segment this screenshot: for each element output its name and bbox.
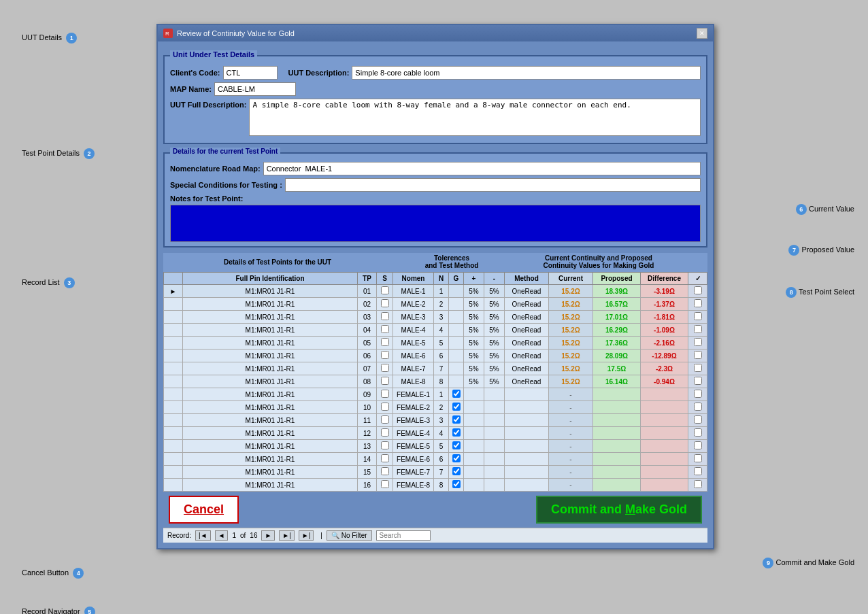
notes-area[interactable]	[170, 205, 701, 242]
row-proposed: 16.29Ω	[593, 324, 641, 337]
row-arrow	[164, 401, 183, 414]
table-row: M1:MR01 J1-R114FEMALE-66-	[164, 453, 707, 466]
row-select-check[interactable]	[688, 375, 707, 388]
row-select-check[interactable]	[688, 440, 707, 453]
row-s[interactable]	[377, 466, 393, 479]
row-select-check[interactable]	[688, 298, 707, 311]
row-select-check[interactable]	[688, 285, 707, 298]
row-diff	[641, 388, 688, 401]
row-s[interactable]	[377, 324, 393, 337]
row-g[interactable]	[449, 349, 464, 362]
row-plus: 5%	[464, 324, 484, 337]
uut-full-desc-textarea[interactable]: A simple 8-core cable loom with 8-way fe…	[249, 99, 701, 136]
title-icon: R	[163, 29, 173, 38]
row-s[interactable]	[377, 337, 393, 349]
th-pin: Full Pin Identification	[183, 273, 358, 285]
row-s[interactable]	[377, 479, 393, 492]
row-pin: M1:MR01 J1-R1	[183, 337, 358, 349]
row-s[interactable]	[377, 362, 393, 375]
clients-code-row: Client's Code: UUT Description:	[170, 66, 701, 80]
row-pin: M1:MR01 J1-R1	[183, 440, 358, 453]
row-g[interactable]	[449, 324, 464, 337]
map-name-row: MAP Name:	[170, 82, 701, 96]
row-select-check[interactable]	[688, 466, 707, 479]
row-g[interactable]	[449, 427, 464, 440]
row-proposed: 18.39Ω	[593, 285, 641, 298]
row-diff: -3.19Ω	[641, 285, 688, 298]
nav-last-button[interactable]: ►|	[279, 530, 295, 541]
row-g[interactable]	[449, 362, 464, 375]
th-tp: TP	[358, 273, 377, 285]
row-g[interactable]	[449, 466, 464, 479]
row-s[interactable]	[377, 440, 393, 453]
row-g[interactable]	[449, 311, 464, 324]
row-select-check[interactable]	[688, 349, 707, 362]
row-tp: 13	[358, 440, 377, 453]
row-s[interactable]	[377, 453, 393, 466]
nav-prev-button[interactable]: ◄	[215, 530, 229, 541]
row-s[interactable]	[377, 375, 393, 388]
row-g[interactable]	[449, 285, 464, 298]
row-select-check[interactable]	[688, 427, 707, 440]
current-value-annotation: 6 Current Value	[794, 204, 854, 215]
row-s[interactable]	[377, 285, 393, 298]
row-s[interactable]	[377, 311, 393, 324]
nav-first-button[interactable]: |◄	[195, 530, 211, 541]
row-select-check[interactable]	[688, 479, 707, 492]
row-tp: 09	[358, 388, 377, 401]
nav-next-button[interactable]: ►	[261, 530, 275, 541]
row-n: 8	[434, 375, 449, 388]
row-select-check[interactable]	[688, 362, 707, 375]
nomenclature-input[interactable]	[263, 162, 701, 175]
row-s[interactable]	[377, 401, 393, 414]
row-select-check[interactable]	[688, 324, 707, 337]
row-select-check[interactable]	[688, 401, 707, 414]
row-s[interactable]	[377, 427, 393, 440]
row-g[interactable]	[449, 479, 464, 492]
row-g[interactable]	[449, 401, 464, 414]
proposed-value-annotation: 7 Proposed Value	[786, 245, 854, 256]
row-g[interactable]	[449, 298, 464, 311]
commit-button[interactable]: Commit and Make Gold	[536, 496, 702, 524]
row-pin: M1:MR01 J1-R1	[183, 362, 358, 375]
nav-filter-button[interactable]: 🔍 No Filter	[327, 530, 372, 541]
row-s[interactable]	[377, 349, 393, 362]
row-s[interactable]	[377, 414, 393, 427]
nav-total: 16	[250, 532, 257, 539]
row-tp: 07	[358, 362, 377, 375]
row-select-check[interactable]	[688, 453, 707, 466]
row-proposed: 17.36Ω	[593, 337, 641, 349]
close-button[interactable]: ✕	[697, 28, 707, 39]
row-g[interactable]	[449, 440, 464, 453]
nav-search-input[interactable]	[376, 530, 431, 541]
nav-end-button[interactable]: ►|	[299, 530, 314, 541]
row-plus	[464, 401, 484, 414]
dialog-titlebar: R Review of Continiuty Value for Gold ✕	[158, 25, 713, 41]
table-row: M1:MR01 J1-R108MALE-885%5%OneRead15.2Ω16…	[164, 375, 707, 388]
group3-header: Current Continuity and ProposedContinuit…	[512, 253, 686, 271]
row-current: -	[549, 479, 593, 492]
special-conditions-input[interactable]	[285, 178, 701, 192]
row-select-check[interactable]	[688, 311, 707, 324]
clients-code-input[interactable]	[223, 66, 278, 80]
bottom-bar: Cancel Commit and Make Gold	[163, 492, 707, 528]
map-name-input[interactable]	[214, 82, 296, 96]
uut-section-title: Unit Under Test Details	[170, 50, 257, 58]
row-g[interactable]	[449, 388, 464, 401]
row-select-check[interactable]	[688, 414, 707, 427]
row-g[interactable]	[449, 414, 464, 427]
test-point-annotation: Test Point Details 2	[22, 148, 95, 159]
table-row: M1:MR01 J1-R106MALE-665%5%OneRead15.2Ω28…	[164, 349, 707, 362]
row-select-check[interactable]	[688, 388, 707, 401]
row-select-check[interactable]	[688, 337, 707, 349]
row-g[interactable]	[449, 337, 464, 349]
row-minus: 5%	[484, 298, 505, 311]
row-s[interactable]	[377, 298, 393, 311]
uut-description-input[interactable]	[352, 66, 701, 80]
cancel-button[interactable]: Cancel	[169, 496, 239, 524]
row-diff	[641, 466, 688, 479]
th-minus: -	[484, 273, 505, 285]
row-g[interactable]	[449, 375, 464, 388]
row-s[interactable]	[377, 388, 393, 401]
row-g[interactable]	[449, 453, 464, 466]
